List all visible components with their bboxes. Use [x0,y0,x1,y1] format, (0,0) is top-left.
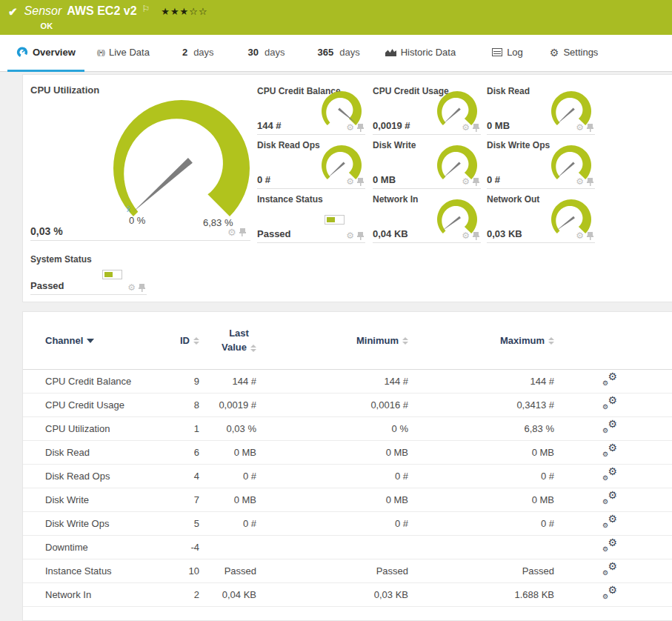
pin-icon[interactable] [473,124,479,132]
cell-maximum: 6,83 % [408,416,554,440]
table-row[interactable]: CPU Credit Balance 9 144 # 144 # 144 # ⚙… [23,369,672,393]
live-data-icon: ((•)) [97,49,104,56]
table-row[interactable]: Disk Read 6 0 MB 0 MB 0 MB ⚙⚙ [23,440,672,464]
cell-channel[interactable]: Network In [23,582,160,606]
cell-id: 5 [160,511,199,535]
gear-icon[interactable]: ⚙ [346,231,354,240]
table-row[interactable]: Disk Read Ops 4 0 # 0 # 0 # ⚙⚙ [23,464,672,488]
column-header-maximum[interactable]: Maximum [408,312,554,369]
channel-tile-value: 0,03 % [30,225,63,237]
cell-channel[interactable]: CPU Utilization [23,416,160,440]
table-row[interactable]: Downtime -4 ⚙⚙ [23,535,672,559]
column-header-minimum[interactable]: Minimum [256,312,408,369]
pin-icon[interactable] [357,232,364,240]
column-header-channel[interactable]: Channel [23,312,160,369]
gear-icon[interactable]: ⚙ [462,123,470,132]
cell-id: 1 [160,416,199,440]
gear-icon[interactable]: ⚙ [227,228,236,237]
tab-historic-data[interactable]: Historic Data [376,35,465,72]
cell-last-value: 0,0019 # [199,393,256,416]
channel-tile-value: 0 MB [373,174,396,185]
tab-365-days[interactable]: 365 days [309,35,369,72]
gear-icon[interactable]: ⚙ [346,123,354,132]
pin-icon[interactable] [473,178,479,186]
gear-icon[interactable]: ⚙ [576,231,584,240]
gauge-min-label: 0 % [129,215,145,226]
tab-2-days[interactable]: 2 days [173,35,223,72]
cell-maximum: 144 # [408,369,554,393]
table-row[interactable]: Disk Write 7 0 MB 0 MB 0 MB ⚙⚙ [23,488,672,511]
gear-icon[interactable]: ⚙ [462,177,470,186]
status-tile: Instance Status Passed ⚙ [257,192,365,243]
channel-settings-icon[interactable]: ⚙⚙ [602,373,617,386]
channel-settings-icon[interactable]: ⚙⚙ [602,539,617,552]
status-badge: OK [41,21,208,30]
page-title: AWS EC2 v2 [67,4,136,18]
gear-icon[interactable]: ⚙ [576,177,584,186]
pin-icon[interactable] [139,284,145,292]
cell-channel[interactable]: Downtime [23,535,160,559]
tab-30-days[interactable]: 30 days [239,35,294,72]
table-row[interactable]: CPU Utilization 1 0,03 % 0 % 6,83 % ⚙⚙ [23,416,672,440]
priority-stars[interactable]: ★★★☆☆ [161,6,207,17]
gear-icon[interactable]: ⚙ [346,177,354,186]
channel-tile-value: 0 MB [487,120,510,131]
pin-icon[interactable] [587,232,593,240]
cell-last-value: 0,03 % [199,416,256,440]
gear-icon[interactable]: ⚙ [576,123,584,132]
tab-log[interactable]: Log [483,35,532,72]
chart-icon [385,48,396,56]
tab-settings[interactable]: ⚙ Settings [541,35,608,72]
cell-channel[interactable]: Instance Status [23,559,160,582]
tab-live-data[interactable]: ((•)) Live Data [88,35,159,72]
channel-settings-icon[interactable]: ⚙⚙ [602,468,617,481]
cell-channel[interactable]: CPU Credit Balance [23,369,160,393]
cell-minimum: 0,03 KB [256,582,408,606]
tab-overview[interactable]: Overview [7,35,84,72]
column-header-id[interactable]: ID [160,312,199,369]
sensor-title-block: Sensor AWS EC2 v2 ⚐ ★★★☆☆ OK [24,0,208,30]
pin-icon[interactable] [357,124,364,132]
cell-channel[interactable]: Disk Read Ops [23,464,160,488]
channel-settings-icon[interactable]: ⚙⚙ [602,397,617,410]
cell-channel[interactable]: Disk Write [23,488,160,511]
channel-settings-icon[interactable]: ⚙⚙ [602,587,617,600]
pin-icon[interactable] [587,178,593,186]
gear-icon[interactable]: ⚙ [127,283,136,292]
gauge-tile: Disk Write Ops 0 # ⚙ [487,138,595,189]
pin-icon[interactable] [473,232,479,240]
flag-icon[interactable]: ⚐ [142,4,150,14]
pin-icon[interactable] [357,178,364,186]
channel-settings-icon[interactable]: ⚙⚙ [602,421,617,434]
overview-gauges-panel: CPU Utilization x̄ 0 % 6,83 % 0,03 % ⚙ S… [22,74,672,302]
channel-settings-icon[interactable]: ⚙⚙ [602,492,617,505]
gear-icon[interactable]: ⚙ [462,231,470,240]
column-header-last-value[interactable]: LastValue [199,312,256,369]
channel-settings-icon[interactable]: ⚙⚙ [602,516,617,528]
gauge-tile: Network In 0,04 KB ⚙ [373,192,481,243]
channel-settings-icon[interactable]: ⚙⚙ [602,445,617,457]
channel-tile-value: 0 # [257,174,270,185]
cell-channel[interactable]: Disk Write Ops [23,511,160,535]
table-row[interactable]: Instance Status 10 Passed Passed Passed … [23,559,672,582]
cell-id: 6 [160,440,199,464]
table-row[interactable]: Network In 2 0,04 KB 0,03 KB 1.688 KB ⚙⚙ [23,582,672,606]
gauge-tile: Disk Read Ops 0 # ⚙ [257,138,365,189]
cell-maximum: 1.688 KB [408,582,554,606]
cell-channel[interactable]: Disk Read [23,440,160,464]
cell-minimum: 0,0016 # [256,393,408,416]
status-bar-widget [102,270,122,279]
table-row[interactable]: CPU Credit Usage 8 0,0019 # 0,0016 # 0,3… [23,393,672,416]
channel-settings-icon[interactable]: ⚙⚙ [602,563,617,576]
pin-icon[interactable] [239,228,246,236]
cell-id: 9 [160,369,199,393]
table-header-row: Channel ID LastValue Minimum Maximum [23,312,672,369]
gauge-tile: Network Out 0,03 KB ⚙ [487,192,595,243]
object-kind-label: Sensor [24,4,62,18]
sort-desc-icon [87,339,94,343]
table-row[interactable]: Disk Write Ops 5 0 # 0 # 0 # ⚙⚙ [23,511,672,535]
pin-icon[interactable] [587,124,593,132]
cell-maximum: Passed [408,559,554,582]
cell-channel[interactable]: CPU Credit Usage [23,393,160,416]
mean-marker: x̄ [127,205,130,213]
